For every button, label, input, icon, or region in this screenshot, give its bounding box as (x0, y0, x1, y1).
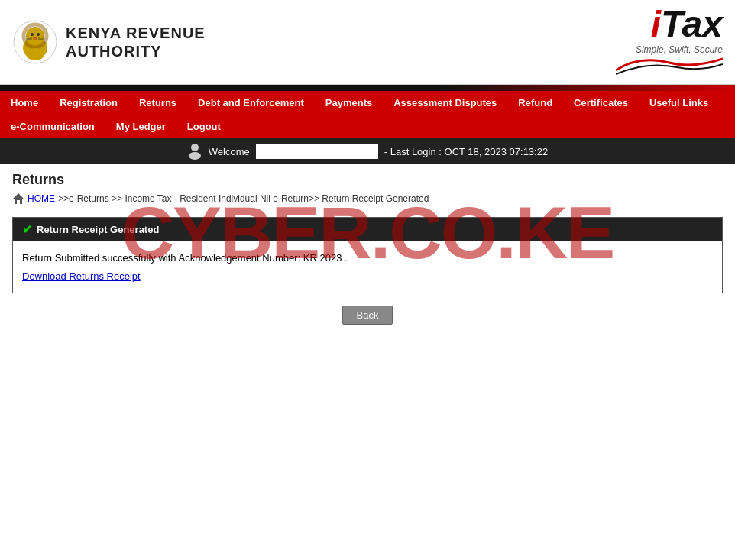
nav-debt[interactable]: Debt and Enforcement (187, 91, 315, 115)
svg-point-4 (31, 33, 34, 36)
kra-name: Kenya Revenue Authority (66, 24, 206, 60)
kra-logo: Kenya Revenue Authority (12, 19, 206, 65)
page-content: Returns HOME >>e-Returns >> Income Tax -… (0, 164, 735, 332)
download-row: Download Returns Receipt (22, 267, 713, 285)
welcome-name (256, 144, 378, 159)
result-box-title: Return Receipt Generated (37, 224, 159, 235)
nav-row-1: Home Registration Returns Debt and Enfor… (0, 91, 735, 115)
nav-my-ledger[interactable]: My Ledger (105, 115, 176, 138)
page-header: Kenya Revenue Authority i Tax Simple, Sw… (0, 0, 735, 85)
last-login: - Last Login : OCT 18, 2023 07:13:22 (384, 146, 548, 157)
svg-point-13 (189, 152, 201, 160)
itax-tax-text: Tax (661, 6, 723, 43)
nav-refund[interactable]: Refund (507, 91, 563, 115)
itax-logo: i Tax Simple, Swift, Secure (616, 6, 723, 78)
nav-row-2: e-Communication My Ledger Logout (0, 115, 735, 138)
svg-point-2 (26, 27, 44, 45)
breadcrumb-path: >>e-Returns >> Income Tax - Resident Ind… (58, 193, 429, 204)
main-nav: Home Registration Returns Debt and Enfor… (0, 91, 735, 138)
nav-ecommunication[interactable]: e-Communication (0, 115, 105, 138)
status-text: Return Submitted successfully with Ackno… (22, 252, 348, 264)
status-suffix: 2023 (319, 252, 342, 264)
back-button[interactable]: Back (342, 306, 393, 325)
itax-swoosh-icon (616, 55, 723, 78)
download-receipt-link[interactable]: Download Returns Receipt (22, 270, 141, 282)
status-punctuation: . (345, 252, 348, 264)
page-title: Returns (12, 172, 723, 188)
check-icon: ✔ (22, 222, 32, 237)
itax-i-text: i (651, 6, 661, 43)
nav-logout[interactable]: Logout (176, 115, 232, 138)
back-btn-container: Back (12, 306, 723, 325)
home-icon (12, 193, 24, 205)
nav-home[interactable]: Home (0, 91, 49, 115)
welcome-bar: Welcome - Last Login : OCT 18, 2023 07:1… (0, 138, 735, 164)
status-row: Return Submitted successfully with Ackno… (22, 249, 713, 267)
svg-point-5 (37, 33, 40, 36)
nav-certificates[interactable]: Certificates (563, 91, 639, 115)
nav-assessment[interactable]: Assessment Disputes (383, 91, 507, 115)
result-box-header: ✔ Return Receipt Generated (13, 218, 722, 241)
kra-lion-icon (12, 19, 58, 65)
nav-registration[interactable]: Registration (49, 91, 128, 115)
user-icon (187, 143, 202, 160)
svg-marker-14 (13, 193, 24, 204)
nav-useful-links[interactable]: Useful Links (639, 91, 719, 115)
nav-returns[interactable]: Returns (128, 91, 187, 115)
result-box: ✔ Return Receipt Generated Return Submit… (12, 217, 723, 293)
welcome-label: Welcome (209, 146, 250, 157)
header-divider (0, 85, 735, 91)
breadcrumb-home-link[interactable]: HOME (28, 193, 55, 204)
breadcrumb: HOME >>e-Returns >> Income Tax - Residen… (12, 193, 723, 205)
result-box-body: Return Submitted successfully with Ackno… (13, 241, 722, 293)
svg-point-12 (191, 144, 199, 151)
svg-point-11 (26, 48, 44, 60)
itax-tagline: Simple, Swift, Secure (636, 44, 723, 55)
svg-point-6 (33, 37, 37, 40)
nav-payments[interactable]: Payments (315, 91, 383, 115)
